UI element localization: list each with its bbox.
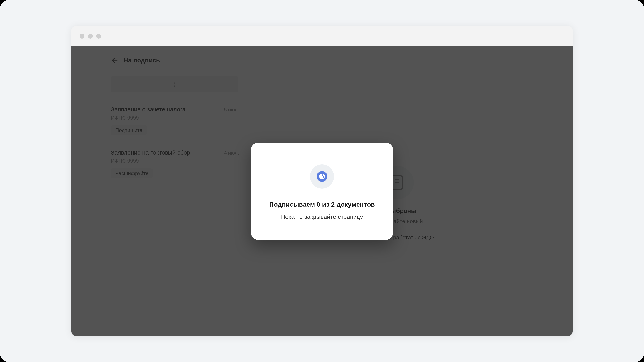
window-close-dot[interactable] xyxy=(80,34,84,39)
modal-subtitle: Пока не закрывайте страницу xyxy=(263,213,381,220)
page-frame: На подпись ( Заявление о зачете налога 5… xyxy=(0,0,644,362)
window-maximize-dot[interactable] xyxy=(96,34,101,39)
window-chrome xyxy=(72,26,572,46)
modal-title: Подписываем 0 из 2 документов xyxy=(263,201,381,208)
clock-icon xyxy=(317,171,327,182)
window-minimize-dot[interactable] xyxy=(88,34,93,39)
modal-icon-circle xyxy=(310,164,334,189)
signing-progress-modal: Подписываем 0 из 2 документов Пока не за… xyxy=(251,143,393,240)
browser-window: На подпись ( Заявление о зачете налога 5… xyxy=(72,26,572,336)
window-body: На подпись ( Заявление о зачете налога 5… xyxy=(72,46,572,336)
